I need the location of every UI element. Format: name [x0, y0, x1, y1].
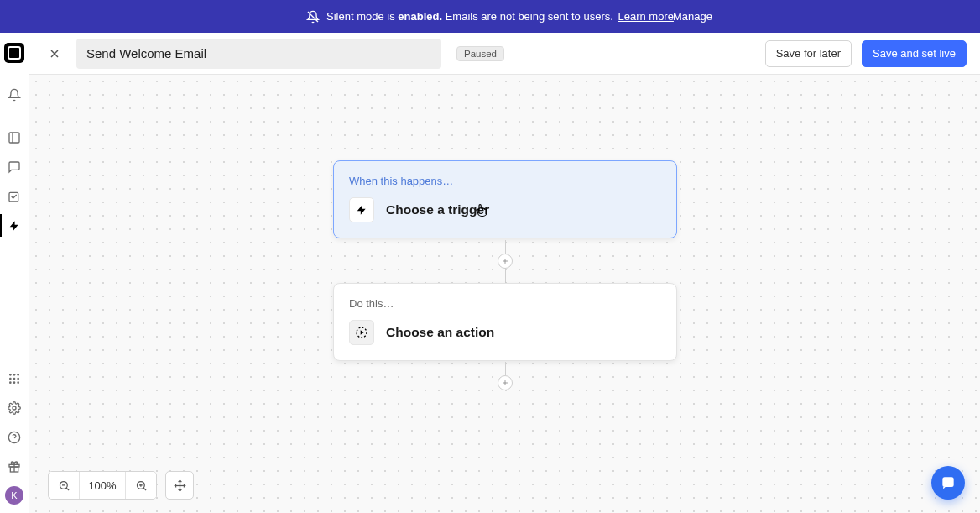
workflows-nav-icon[interactable]	[0, 211, 29, 240]
connector-line	[505, 268, 506, 283]
svg-point-4	[9, 374, 12, 376]
user-avatar[interactable]: K	[5, 486, 23, 505]
action-node-title: Choose an action	[386, 325, 494, 340]
zoom-level: 100%	[80, 472, 125, 499]
settings-nav-icon[interactable]	[0, 393, 29, 422]
learn-more-link[interactable]: Learn more	[618, 10, 673, 23]
connector-line	[505, 240, 506, 254]
save-and-set-live-button[interactable]: Save and set live	[862, 40, 967, 67]
svg-point-12	[17, 381, 19, 384]
panel-nav-icon[interactable]	[0, 123, 29, 152]
bolt-icon	[349, 197, 374, 222]
editor-header: Paused Save for later Save and set live	[29, 33, 980, 75]
status-badge: Paused	[456, 46, 504, 61]
connector-line	[505, 362, 506, 375]
apps-nav-icon[interactable]	[0, 364, 29, 393]
svg-line-28	[66, 488, 69, 490]
notifications-nav-icon[interactable]	[0, 80, 29, 109]
action-node[interactable]: Do this… Choose an action	[333, 283, 677, 361]
left-sidebar: K	[0, 33, 29, 513]
banner-text: Silent mode is enabled. Emails are not b…	[326, 10, 674, 23]
action-icon	[349, 320, 374, 345]
zoom-toolbar: 100%	[48, 471, 194, 500]
trigger-node-label: When this happens…	[349, 175, 661, 187]
add-step-button[interactable]	[498, 375, 513, 390]
zoom-in-button[interactable]	[126, 472, 156, 499]
save-for-later-button[interactable]: Save for later	[765, 40, 852, 67]
action-node-label: Do this…	[349, 297, 661, 310]
svg-point-5	[13, 374, 16, 376]
svg-point-7	[9, 377, 12, 380]
zoom-out-button[interactable]	[49, 472, 79, 499]
svg-point-6	[17, 374, 19, 376]
intercom-chat-button[interactable]	[931, 466, 965, 500]
bell-off-icon	[306, 10, 320, 24]
svg-marker-24	[361, 330, 364, 334]
gift-nav-icon[interactable]	[0, 452, 29, 481]
trigger-node[interactable]: When this happens… Choose a trigger	[333, 160, 677, 238]
svg-line-31	[143, 488, 146, 490]
workflow-title-input[interactable]	[76, 39, 441, 69]
workflow-canvas[interactable]: When this happens… Choose a trigger Do t…	[29, 75, 980, 513]
manage-link[interactable]: Manage	[673, 10, 891, 23]
app-logo[interactable]	[4, 43, 24, 63]
close-button[interactable]	[43, 42, 66, 65]
silent-mode-banner: Silent mode is enabled. Emails are not b…	[0, 0, 980, 33]
svg-point-11	[13, 381, 16, 384]
chat-nav-icon[interactable]	[0, 152, 29, 181]
svg-point-9	[17, 377, 19, 380]
pan-button[interactable]	[165, 471, 194, 500]
help-nav-icon[interactable]	[0, 422, 29, 452]
svg-rect-1	[9, 133, 19, 143]
add-step-button[interactable]	[498, 254, 513, 269]
svg-point-13	[13, 406, 16, 410]
svg-point-8	[13, 377, 16, 380]
svg-point-10	[9, 381, 12, 384]
svg-rect-36	[942, 477, 953, 487]
checkbox-nav-icon[interactable]	[0, 181, 29, 211]
trigger-node-title: Choose a trigger	[386, 202, 489, 217]
